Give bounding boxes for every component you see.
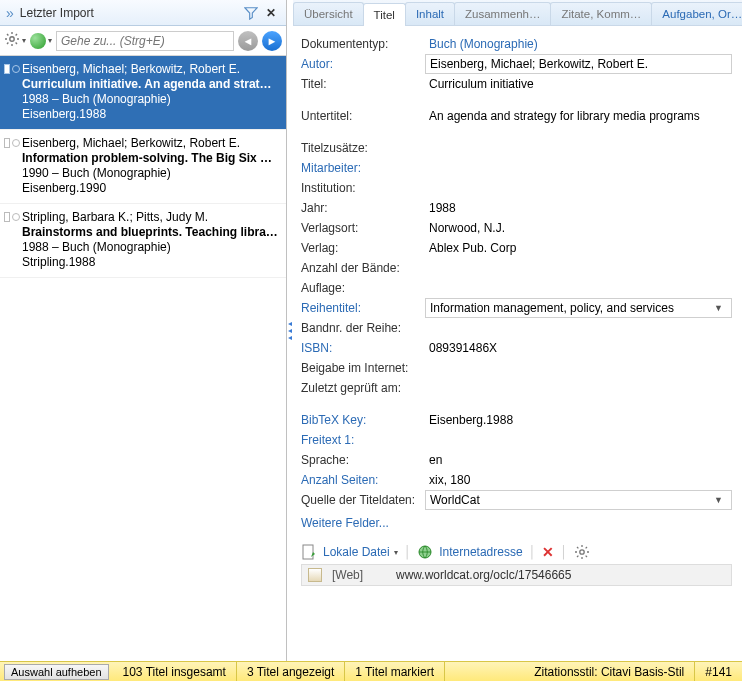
gear-dropdown-icon[interactable]: ▾ (22, 36, 26, 45)
flag-icon[interactable] (4, 138, 10, 148)
left-pane-header: » Letzter Import ✕ (0, 0, 286, 26)
place-field[interactable]: Norwood, N.J. (425, 219, 732, 237)
nav-forward-button[interactable]: ► (262, 31, 282, 51)
circle-icon[interactable] (12, 139, 20, 147)
status-marked: 1 Titel markiert (345, 662, 445, 681)
local-file-link[interactable]: Lokale Datei (323, 545, 390, 559)
checked-label: Zuletzt geprüft am: (301, 379, 425, 397)
title-field[interactable]: Curriculum initiative (425, 75, 732, 93)
ref-title: Curriculum initiative. An agenda and str… (22, 77, 278, 91)
status-total: 103 Titel insgesamt (113, 662, 237, 681)
inst-field[interactable] (425, 179, 732, 197)
circle-icon[interactable] (12, 65, 20, 73)
collapse-icon[interactable]: » (6, 5, 14, 21)
internet-icon[interactable] (417, 544, 433, 560)
attachment-icon (308, 568, 322, 582)
title-sup-label: Titelzusätze: (301, 139, 425, 157)
globe-icon[interactable] (30, 33, 46, 49)
year-label: Jahr: (301, 199, 425, 217)
detail-form: Dokumententyp:Buch (Monographie) Autor:E… (293, 26, 742, 661)
author-label[interactable]: Autor: (301, 55, 425, 73)
ref-authors: Stripling, Barbara K.; Pitts, Judy M. (22, 210, 278, 224)
right-pane: ÜbersichtTitelInhaltZusammenh…Zitate, Ko… (293, 0, 742, 661)
source-combo[interactable]: WorldCat▼ (425, 490, 732, 510)
ref-year-type: 1988 – Buch (Monographie) (22, 92, 278, 106)
checked-field[interactable] (425, 379, 732, 397)
lang-label: Sprache: (301, 451, 425, 469)
volumes-label: Anzahl der Bände: (301, 259, 425, 277)
year-field[interactable]: 1988 (425, 199, 732, 217)
tab-inhalt[interactable]: Inhalt (405, 2, 455, 25)
inst-label: Institution: (301, 179, 425, 197)
edition-field[interactable] (425, 279, 732, 297)
online-field[interactable] (425, 359, 732, 377)
volumes-field[interactable] (425, 259, 732, 277)
pages-label[interactable]: Anzahl Seiten: (301, 471, 425, 489)
ref-year-type: 1988 – Buch (Monographie) (22, 240, 278, 254)
bibtex-label[interactable]: BibTeX Key: (301, 411, 425, 429)
deselect-button[interactable]: Auswahl aufheben (4, 664, 109, 680)
status-style[interactable]: Zitationsstil: Citavi Basis-Stil (524, 662, 695, 681)
reference-item[interactable]: Eisenberg, Michael; Berkowitz, Robert E.… (0, 56, 286, 130)
ref-title: Information problem-solving. The Big Six… (22, 151, 278, 165)
reference-item[interactable]: Eisenberg, Michael; Berkowitz, Robert E.… (0, 130, 286, 204)
left-pane-title: Letzter Import (20, 6, 240, 20)
url-row[interactable]: [Web] www.worldcat.org/oclc/17546665 (301, 564, 732, 586)
bibtex-field[interactable]: Eisenberg.1988 (425, 411, 732, 429)
isbn-label[interactable]: ISBN: (301, 339, 425, 357)
status-bar: Auswahl aufheben 103 Titel insgesamt 3 T… (0, 661, 742, 681)
search-input[interactable] (56, 31, 234, 51)
status-shown: 3 Titel angezeigt (237, 662, 345, 681)
internet-link[interactable]: Internetadresse (439, 545, 522, 559)
free1-label[interactable]: Freitext 1: (301, 431, 425, 449)
tab-titel[interactable]: Titel (363, 3, 406, 26)
chevron-down-icon[interactable]: ▼ (710, 303, 727, 313)
filter-icon[interactable] (242, 4, 260, 22)
subtitle-field[interactable]: An agenda and strategy for library media… (425, 107, 732, 125)
series-no-label: Bandnr. der Reihe: (301, 319, 425, 337)
ref-year-type: 1990 – Buch (Monographie) (22, 166, 278, 180)
ref-key: Eisenberg.1990 (22, 181, 278, 195)
globe-dropdown-icon[interactable]: ▾ (48, 36, 52, 45)
circle-icon[interactable] (12, 213, 20, 221)
nav-back-button[interactable]: ◄ (238, 31, 258, 51)
online-label: Beigabe im Internet: (301, 359, 425, 377)
left-pane: » Letzter Import ✕ ▾ ▾ ◄ ► Eisenberg, Mi… (0, 0, 287, 661)
author-field[interactable]: Eisenberg, Michael; Berkowitz, Robert E. (425, 54, 732, 74)
settings-icon[interactable] (574, 544, 590, 560)
tab-aufgabenor[interactable]: Aufgaben, Or… (651, 2, 742, 25)
doc-type-value[interactable]: Buch (Monographie) (425, 35, 732, 53)
edition-label: Auflage: (301, 279, 425, 297)
delete-icon[interactable]: ✕ (542, 544, 554, 560)
reference-item[interactable]: Stripling, Barbara K.; Pitts, Judy M.Bra… (0, 204, 286, 278)
free1-field[interactable] (425, 431, 732, 449)
collab-label[interactable]: Mitarbeiter: (301, 159, 425, 177)
publisher-label: Verlag: (301, 239, 425, 257)
source-label: Quelle der Titeldaten: (301, 491, 425, 509)
series-combo[interactable]: Information management, policy, and serv… (425, 298, 732, 318)
tab-zusammenh[interactable]: Zusammenh… (454, 2, 551, 25)
chevron-down-icon[interactable]: ▼ (710, 495, 727, 505)
series-label[interactable]: Reihentitel: (301, 299, 425, 317)
flag-icon[interactable] (4, 212, 10, 222)
publisher-field[interactable]: Ablex Pub. Corp (425, 239, 732, 257)
local-file-dropdown-icon[interactable]: ▾ (394, 548, 398, 557)
flag-icon[interactable] (4, 64, 10, 74)
left-toolbar: ▾ ▾ ◄ ► (0, 26, 286, 56)
tab-zitatekomm[interactable]: Zitate, Komm… (550, 2, 652, 25)
collab-field[interactable] (425, 159, 732, 177)
gear-icon[interactable] (4, 31, 20, 50)
lang-field[interactable]: en (425, 451, 732, 469)
title-sup-field[interactable] (425, 139, 732, 157)
ref-key: Eisenberg.1988 (22, 107, 278, 121)
pages-field[interactable]: xix, 180 (425, 471, 732, 489)
more-fields-link[interactable]: Weitere Felder... (301, 510, 732, 532)
series-no-field[interactable] (425, 319, 732, 337)
attachment-toolbar: Lokale Datei ▾ │ Internetadresse │ ✕ │ (301, 538, 732, 564)
local-file-icon[interactable] (301, 544, 317, 560)
isbn-field[interactable]: 089391486X (425, 339, 732, 357)
close-icon[interactable]: ✕ (262, 4, 280, 22)
ref-authors: Eisenberg, Michael; Berkowitz, Robert E. (22, 62, 278, 76)
tab-bar: ÜbersichtTitelInhaltZusammenh…Zitate, Ko… (293, 0, 742, 26)
tab-bersicht[interactable]: Übersicht (293, 2, 364, 25)
